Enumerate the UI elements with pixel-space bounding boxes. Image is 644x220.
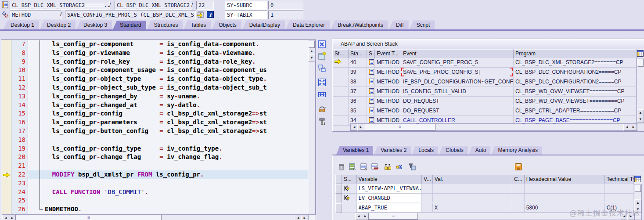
line-number[interactable]: 26 [11, 205, 28, 214]
table-edit-icon[interactable] [349, 163, 356, 171]
tab-tables[interactable]: Tables [183, 21, 211, 29]
line-number[interactable]: 24 [11, 188, 28, 197]
code-line-21[interactable] [28, 162, 308, 170]
stack-program-cell[interactable]: CL_BSP_DLC_XML_STORAGE2=======CP [514, 58, 637, 67]
close-icon[interactable] [318, 40, 327, 49]
changed-parameter-icon[interactable] [342, 184, 357, 193]
abap-source-icon[interactable] [367, 77, 375, 86]
variable-view-cell[interactable] [422, 203, 433, 212]
line-number[interactable]: 19 [11, 144, 28, 153]
tab-globals[interactable]: Globals [439, 146, 468, 155]
stack-program-cell[interactable]: CL_BSP_WD_OVW_VIEWSET=========CP [514, 87, 637, 96]
variable-row[interactable]: EV_CHANGED [335, 194, 634, 203]
variable-row[interactable]: LS_VIEW-APPL_VIEWNA... [335, 184, 634, 194]
editor-code-area[interactable]: ls_config_pr-component = is_config_data-… [28, 40, 308, 214]
tab-desktop-3[interactable]: Desktop 3 [76, 21, 112, 29]
stack-event-type-cell[interactable]: METHOD [375, 58, 401, 67]
variable-hex-cell[interactable] [525, 194, 605, 202]
stack-row[interactable]: 39METHODSAVE_PRE_PROC_CONFIG_SCL_BSP_DLC… [333, 68, 637, 77]
stack-column-header[interactable]: St... [333, 49, 349, 58]
tab-memory-analysis[interactable]: Memory Analysis [491, 146, 542, 155]
tab-desktop-1[interactable]: Desktop 1 [4, 21, 39, 29]
swap-sessions-icon[interactable] [318, 105, 327, 113]
code-line-14[interactable]: ls_config_pr-changed_at = sy-datlo. [28, 101, 308, 110]
abap-source-icon[interactable] [367, 106, 375, 115]
variables-column-header[interactable]: S... [342, 175, 357, 184]
stack-event-cell[interactable]: IF_BSP_DLC_CONFIGURATION~GET_CONFI... [401, 77, 514, 86]
tab-desktop-2[interactable]: Desktop 2 [40, 21, 76, 29]
stack-level-cell[interactable]: 40 [349, 58, 367, 67]
variable-name-cell[interactable]: EV_CHANGED [357, 194, 422, 202]
line-number[interactable]: 23 [11, 179, 28, 188]
stack-level-cell[interactable]: 36 [349, 97, 367, 105]
current-stack-arrow-icon[interactable] [333, 58, 349, 67]
stack-program-cell[interactable]: CL_BSP_DLC_CONFIGURATION2=====CP [514, 77, 637, 86]
filter-icon[interactable] [408, 163, 416, 171]
row-selector[interactable] [335, 184, 342, 194]
scroll-left-icon[interactable]: ◄ [2, 215, 9, 220]
save-icon[interactable] [515, 163, 522, 172]
line-number[interactable]: 22 [11, 170, 28, 179]
code-line-24[interactable]: CALL FUNCTION 'DB_COMMIT'. [28, 188, 308, 197]
stack-event-type-cell[interactable]: METHOD [375, 77, 401, 86]
include-field[interactable]: CL_BSP_DLC_XML_STORAGE2======... [115, 1, 192, 10]
line-number[interactable]: 17 [11, 127, 28, 136]
swap-views-icon[interactable] [318, 64, 327, 73]
stack-hscrollbar[interactable]: ◄ ► ☰ ◄ ► [350, 123, 637, 131]
variables-column-header[interactable]: V... [422, 175, 433, 184]
variables-column-header[interactable]: Variable [357, 175, 422, 184]
variables-column-header[interactable]: Hexadecimal Value [525, 175, 605, 184]
stack-level-cell[interactable]: 37 [349, 87, 367, 96]
table-view-icon[interactable] [360, 163, 368, 171]
line-number[interactable]: 16 [11, 118, 28, 127]
stack-program-cell[interactable]: CL_BSP_CTRL_ADAPTER===========CP [514, 106, 637, 115]
stack-event-cell[interactable]: DO_REQUEST [401, 106, 514, 115]
line-number[interactable]: 25 [11, 196, 28, 205]
code-line-7[interactable]: ls_config_pr-component = is_config_data-… [28, 40, 308, 49]
stack-level-cell[interactable]: 35 [349, 106, 367, 115]
scroll-right-icon[interactable]: ► [362, 213, 369, 220]
code-line-12[interactable]: ls_config_pr-object_sub_type = is_config… [28, 83, 308, 92]
stack-event-cell[interactable]: IS_CONFIG_STILL_VALID [401, 87, 514, 96]
scroll-left-icon[interactable]: ◄ [623, 124, 630, 131]
tab-standard[interactable]: Standard [113, 21, 146, 29]
table-select-icon[interactable] [634, 176, 641, 184]
abap-source-icon[interactable] [367, 68, 375, 76]
scroll-right-icon[interactable]: ► [630, 124, 637, 131]
stack-column-header[interactable]: Event T... [375, 49, 401, 58]
scroll-left-icon[interactable]: ◄ [295, 215, 302, 220]
line-number[interactable]: 13 [11, 92, 28, 101]
code-line-23[interactable] [28, 179, 308, 188]
scroll-left-icon[interactable]: ◄ [351, 124, 358, 131]
tab-objects[interactable]: Objects [212, 21, 241, 29]
variable-name-cell[interactable]: LS_VIEW-APPL_VIEWNA... [357, 184, 422, 193]
changed-parameter-icon[interactable] [342, 194, 357, 202]
code-line-11[interactable]: ls_config_pr-object_type = is_config_dat… [28, 75, 308, 83]
stack-status-cell[interactable] [333, 106, 349, 115]
stack-vscrollbar[interactable]: ▲ ▼ [637, 58, 644, 123]
stack-column-header[interactable]: Event [401, 49, 514, 58]
stack-row[interactable]: 40METHODSAVE_CONFIG_PRE_PROC_SCL_BSP_DLC… [333, 58, 637, 68]
table-remove-icon[interactable] [371, 163, 379, 171]
variable-type-cell[interactable] [605, 184, 634, 193]
stack-level-cell[interactable]: 38 [349, 77, 367, 86]
line-number-field[interactable]: 22 [196, 1, 214, 10]
stack-status-cell[interactable] [333, 77, 349, 86]
code-line-13[interactable]: ls_config_pr-changed_by = sy-uname. [28, 92, 308, 101]
stack-row[interactable]: 37METHODIS_CONFIG_STILL_VALIDCL_BSP_WD_O… [333, 87, 637, 97]
variable-type-cell[interactable] [605, 194, 634, 202]
row-selector-header[interactable] [335, 175, 342, 184]
stack-program-cell[interactable]: CL_BSP_WD_OVW_VIEWSET=========CP [514, 97, 637, 105]
tab-break-watchpoints[interactable]: Break./Watchpoints [331, 21, 388, 29]
new-session-icon[interactable] [318, 52, 327, 61]
stack-event-type-cell[interactable]: METHOD [375, 68, 401, 76]
editor-line-numbers[interactable]: 7891011121314151617181920212223242526 [11, 40, 28, 214]
stack-column-header[interactable]: S.. [367, 49, 375, 58]
stack-event-cell[interactable]: SAVE_PRE_PROC_CONFIG_S [401, 68, 514, 76]
scroll-up-icon[interactable]: ▲ [637, 109, 644, 116]
code-line-22[interactable]: MODIFY bsp_dl_xmlst_pr FROM ls_config_pr… [28, 170, 308, 179]
variables-column-header[interactable]: Val. [433, 175, 512, 184]
navigate-icon[interactable] [197, 11, 204, 20]
info-icon[interactable]: i [207, 11, 214, 19]
swap-icon[interactable] [396, 163, 403, 171]
